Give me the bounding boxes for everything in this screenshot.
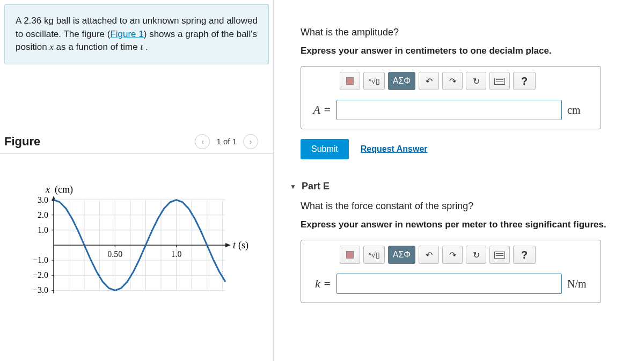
reset-button[interactable]: ↻ (466, 72, 486, 90)
answer-row-d: A = cm (308, 100, 594, 120)
part-e-header[interactable]: ▼ Part E (290, 181, 639, 192)
undo-button[interactable]: ↶ (419, 246, 439, 264)
redo-button[interactable]: ↷ (442, 246, 463, 264)
prev-figure-button[interactable]: ‹ (195, 134, 210, 149)
figure-header: Figure ‹ 1 of 1 › (0, 129, 273, 154)
problem-text: A (16, 16, 24, 26)
problem-text: as a function of time (54, 42, 141, 52)
question-d: What is the amplitude? (301, 27, 639, 38)
question-e: What is the force constant of the spring… (301, 201, 639, 212)
svg-text:2.0: 2.0 (38, 210, 48, 219)
part-e-label: Part E (302, 181, 330, 192)
next-figure-button[interactable]: › (243, 134, 258, 149)
instruction-e: Express your answer in newtons per meter… (301, 219, 639, 230)
submit-row-d: Submit Request Answer (301, 139, 639, 159)
collapse-icon: ▼ (290, 183, 296, 190)
answer-row-e: k = N/m (308, 274, 594, 294)
left-panel: A 2.36 kg ball is attached to an unknown… (0, 0, 274, 361)
svg-text:−1.0: −1.0 (33, 255, 48, 264)
keyboard-icon (494, 78, 505, 85)
svg-text:(cm): (cm) (55, 184, 73, 195)
radical-button[interactable]: ˣ√▯ (363, 72, 385, 90)
undo-button[interactable]: ↶ (419, 72, 439, 90)
svg-text:x: x (45, 184, 50, 195)
figure-pager: ‹ 1 of 1 › (195, 134, 258, 149)
greek-button[interactable]: ΑΣΦ (388, 246, 415, 264)
figure-link[interactable]: Figure 1 (110, 29, 143, 39)
help-button[interactable]: ? (513, 72, 536, 90)
force-constant-input[interactable] (336, 274, 562, 294)
keyboard-button[interactable] (489, 72, 510, 90)
answer-label-e: k = (308, 277, 331, 291)
request-answer-d[interactable]: Request Answer (361, 144, 428, 154)
right-panel: What is the amplitude? Express your answ… (279, 0, 644, 303)
svg-text:t: t (233, 240, 236, 251)
problem-statement: A 2.36 kg ball is attached to an unknown… (4, 4, 269, 64)
answer-box-d: ˣ√▯ ΑΣΦ ↶ ↷ ↻ ? A = cm (301, 66, 601, 129)
radical-button[interactable]: ˣ√▯ (363, 246, 385, 264)
mass-value: 2.36 (24, 16, 41, 26)
equation-toolbar-d: ˣ√▯ ΑΣΦ ↶ ↷ ↻ ? (340, 72, 594, 90)
template-button[interactable] (340, 246, 360, 264)
pager-label: 1 of 1 (213, 137, 240, 146)
template-button[interactable] (340, 72, 360, 90)
reset-button[interactable]: ↻ (466, 246, 486, 264)
svg-text:0.50: 0.50 (107, 249, 122, 259)
answer-label-d: A = (308, 103, 331, 117)
position-graph: 3.02.01.0−1.0−2.0−3.00.501.0x (cm)t (s) (16, 181, 258, 310)
greek-button[interactable]: ΑΣΦ (388, 72, 415, 90)
svg-marker-20 (225, 243, 231, 247)
figure-title: Figure (4, 135, 40, 149)
equation-toolbar-e: ˣ√▯ ΑΣΦ ↶ ↷ ↻ ? (340, 246, 594, 264)
problem-text: . (143, 42, 148, 52)
keyboard-button[interactable] (489, 246, 510, 264)
mass-unit: kg (44, 16, 54, 26)
unit-e: N/m (567, 278, 594, 290)
amplitude-input[interactable] (336, 100, 562, 120)
keyboard-icon (494, 252, 505, 259)
svg-text:1.0: 1.0 (171, 249, 182, 259)
submit-button-d[interactable]: Submit (301, 139, 349, 159)
help-button[interactable]: ? (513, 246, 536, 264)
svg-text:1.0: 1.0 (38, 225, 48, 234)
svg-text:−3.0: −3.0 (33, 285, 48, 294)
redo-button[interactable]: ↷ (442, 72, 463, 90)
svg-text:(s): (s) (238, 240, 248, 251)
svg-text:3.0: 3.0 (38, 195, 48, 204)
svg-text:−2.0: −2.0 (33, 270, 48, 279)
unit-d: cm (567, 104, 594, 116)
answer-box-e: ˣ√▯ ΑΣΦ ↶ ↷ ↻ ? k = N/m (301, 240, 601, 303)
var-x: x (49, 42, 54, 52)
instruction-d: Express your answer in centimeters to on… (301, 46, 639, 56)
